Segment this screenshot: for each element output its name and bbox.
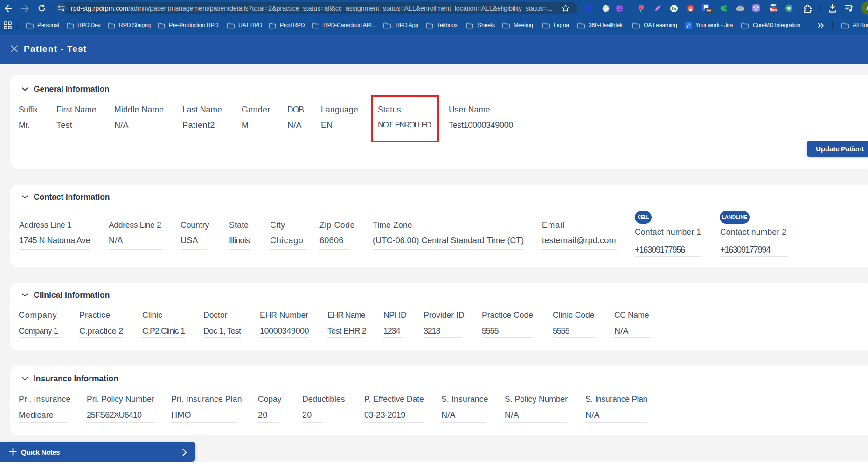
svg-text:New: New bbox=[770, 7, 778, 12]
